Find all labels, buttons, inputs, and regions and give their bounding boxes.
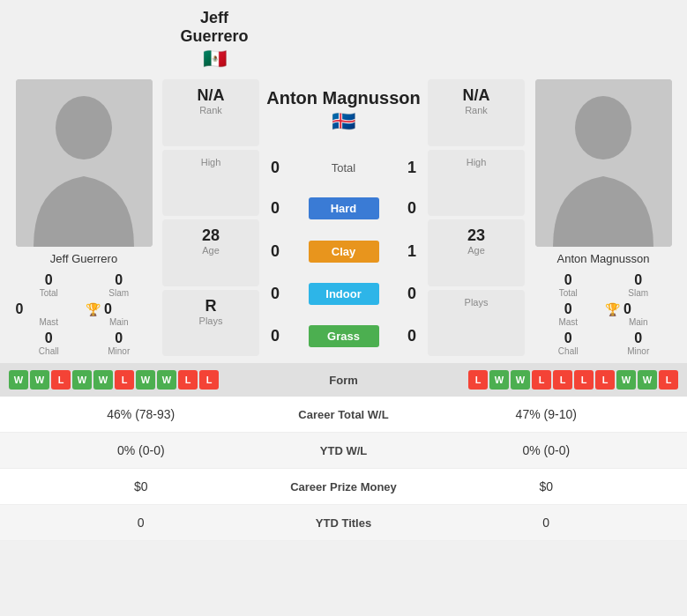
hard-badge: Hard xyxy=(309,197,379,219)
left-stat-chall: 0 Chall xyxy=(16,330,83,356)
clay-badge: Clay xyxy=(309,241,379,263)
left-form-badge-l: L xyxy=(115,370,134,390)
stats-row-left-1: 0% (0-0) xyxy=(9,443,273,457)
stats-row-right-1: 0% (0-0) xyxy=(414,443,679,457)
right-form-badge-w: W xyxy=(489,370,509,390)
indoor-badge: Indoor xyxy=(309,283,379,305)
right-plays-box: Plays xyxy=(428,290,525,357)
hard-row: 0 Hard 0 xyxy=(266,197,421,219)
right-form-badges: LWWLLLLWWL xyxy=(379,370,679,390)
svg-point-1 xyxy=(56,96,112,160)
left-stat-slam: 0 Slam xyxy=(86,272,153,298)
left-form-badge-w: W xyxy=(9,370,28,390)
left-middle-stats: N/A Rank High 28 Age R Plays xyxy=(162,79,259,356)
stats-row-center-3: YTD Titles xyxy=(273,516,414,530)
left-form-badge-w: W xyxy=(157,370,176,390)
right-player-name: Anton Magnusson xyxy=(557,252,650,265)
left-form-badge-l: L xyxy=(199,370,219,390)
stats-row-center-1: YTD W/L xyxy=(273,444,414,457)
svg-point-3 xyxy=(575,96,631,160)
left-form-badge-l: L xyxy=(51,370,71,390)
left-player-stats: 0 Total 0 Slam 0 Mast 🏆 0 xyxy=(16,272,153,356)
stats-row-1: 0% (0-0)YTD W/L0% (0-0) xyxy=(0,433,687,469)
stats-row-right-2: $0 xyxy=(414,479,679,494)
right-form-badge-l: L xyxy=(468,370,488,390)
right-stat-chall: 0 Chall xyxy=(535,330,602,356)
stats-row-center-0: Career Total W/L xyxy=(273,408,414,421)
left-stat-total: 0 Total xyxy=(16,272,83,298)
right-player-section: Anton Magnusson 0 Total 0 Slam 0 Mast 🏆 xyxy=(528,79,678,356)
left-rank-box: N/A Rank xyxy=(162,79,259,146)
center-section: N/A Rank High 28 Age R Plays xyxy=(162,79,525,356)
left-high-box: High xyxy=(162,150,259,217)
right-flag: 🇮🇸 xyxy=(332,110,355,133)
main-container: Jeff Guerrero🇲🇽 Jeff Guerrero 0 Total xyxy=(0,0,687,541)
indoor-row: 0 Indoor 0 xyxy=(266,283,421,305)
left-player-section: Jeff Guerrero 0 Total 0 Slam 0 Mast xyxy=(9,79,159,356)
right-stat-main: 🏆 0 Main xyxy=(605,301,672,327)
grass-badge: Grass xyxy=(309,325,379,347)
right-form-badge-l: L xyxy=(553,370,572,390)
right-rank-box: N/A Rank xyxy=(428,79,525,146)
left-trophy-icon: 🏆 xyxy=(86,302,101,316)
left-stat-minor: 0 Minor xyxy=(86,330,153,356)
right-trophy-icon: 🏆 xyxy=(605,302,620,316)
form-section: WWLWWLWWLL Form LWWLLLLWWL xyxy=(0,363,687,397)
right-high-box: High xyxy=(428,150,525,217)
stats-row-left-2: $0 xyxy=(9,479,273,494)
right-form-badge-w: W xyxy=(638,370,657,390)
stats-rows: 46% (78-93)Career Total W/L47% (9-10)0% … xyxy=(0,397,687,541)
right-form-badge-l: L xyxy=(532,370,551,390)
left-form-badge-w: W xyxy=(72,370,92,390)
player-names-header: Jeff Guerrero🇲🇽 xyxy=(0,0,687,71)
left-player-name: Jeff Guerrero xyxy=(50,252,117,265)
left-form-badge-w: W xyxy=(30,370,49,390)
left-stat-mast: 0 Mast xyxy=(16,301,83,327)
right-stat-slam: 0 Slam xyxy=(605,272,672,298)
left-form-badge-w: W xyxy=(93,370,113,390)
stats-row-right-0: 47% (9-10) xyxy=(414,407,679,421)
stats-row-right-3: 0 xyxy=(414,516,679,530)
stats-row-left-3: 0 xyxy=(9,516,273,530)
left-form-badges: WWLWWLWWLL xyxy=(9,370,309,390)
clay-row: 0 Clay 1 xyxy=(266,241,421,263)
right-form-badge-l: L xyxy=(595,370,615,390)
stats-row-0: 46% (78-93)Career Total W/L47% (9-10) xyxy=(0,397,687,433)
left-flag: 🇲🇽 xyxy=(203,48,227,71)
right-stat-mast: 0 Mast xyxy=(535,301,602,327)
grass-row: 0 Grass 0 xyxy=(266,325,421,347)
players-row: Jeff Guerrero 0 Total 0 Slam 0 Mast xyxy=(0,71,687,356)
right-middle-stats: N/A Rank High 23 Age Plays xyxy=(428,79,525,356)
stats-row-left-0: 46% (78-93) xyxy=(9,407,273,421)
right-form-badge-l: L xyxy=(659,370,678,390)
stats-row-center-2: Career Prize Money xyxy=(273,480,414,494)
stats-row-2: $0Career Prize Money$0 xyxy=(0,469,687,505)
right-stat-minor: 0 Minor xyxy=(605,330,672,356)
form-label: Form xyxy=(309,374,379,387)
left-age-box: 28 Age xyxy=(162,219,259,286)
left-plays-box: R Plays xyxy=(162,290,259,357)
left-stat-main: 🏆 0 Main xyxy=(86,301,153,327)
right-form-badge-w: W xyxy=(616,370,636,390)
right-age-box: 23 Age xyxy=(428,219,525,286)
courts-section: Anton Magnusson 🇮🇸 0 Total 1 0 Hard 0 xyxy=(263,79,424,356)
right-form-badge-w: W xyxy=(511,370,530,390)
right-player-title: Anton Magnusson xyxy=(266,88,420,108)
stats-row-3: 0YTD Titles0 xyxy=(0,505,687,541)
right-form-badge-l: L xyxy=(574,370,594,390)
total-row: 0 Total 1 xyxy=(266,159,421,177)
left-form-badge-w: W xyxy=(136,370,155,390)
left-player-title: Jeff Guerrero xyxy=(166,9,263,46)
right-stat-total: 0 Total xyxy=(535,272,602,298)
left-player-avatar xyxy=(16,79,153,247)
left-form-badge-l: L xyxy=(178,370,198,390)
right-player-stats: 0 Total 0 Slam 0 Mast 🏆 0 Main xyxy=(535,272,672,356)
right-player-avatar xyxy=(535,79,672,247)
